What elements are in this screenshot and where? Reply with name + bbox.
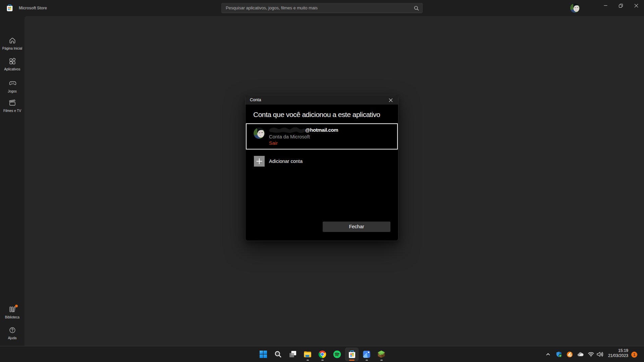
chrome-icon	[318, 350, 327, 359]
onedrive-tray-button[interactable]	[576, 346, 584, 362]
window-titlebar: Microsoft Store Pesquisar aplicativos, j…	[0, 0, 644, 16]
windows-security-shield-icon	[556, 351, 562, 358]
onedrive-cloud-icon	[577, 351, 584, 358]
sidebar-item-library[interactable]: Biblioteca	[0, 304, 24, 324]
clock-time: 15:19	[601, 348, 628, 353]
minimize-icon	[604, 4, 607, 7]
search-icon[interactable]	[414, 6, 419, 11]
taskbar-clock[interactable]: 15:19 21/03/2023	[601, 348, 628, 360]
taskbar: 15:19 21/03/2023 1	[0, 346, 644, 362]
tray-show-hidden-button[interactable]	[544, 346, 552, 362]
start-button[interactable]	[257, 348, 270, 361]
search-input[interactable]: Pesquisar aplicativos, jogos, filmes e m…	[221, 3, 423, 13]
apps-icon	[9, 58, 16, 65]
wifi-tray-button[interactable]	[587, 346, 595, 362]
minecraft-icon	[377, 350, 386, 359]
account-avatar	[254, 128, 265, 139]
sidebar-item-label: Jogos	[0, 89, 24, 94]
sidebar-item-label: Filmes e TV	[0, 109, 24, 113]
running-indicator-photos	[366, 360, 368, 361]
microsoft-store-window: Microsoft Store Pesquisar aplicativos, j…	[0, 0, 644, 346]
task-view-icon	[289, 350, 297, 358]
dialog-title: Conta	[250, 95, 261, 105]
games-icon	[9, 78, 16, 86]
windows-security-tray-button[interactable]	[555, 346, 563, 362]
plus-icon	[254, 156, 265, 167]
sign-out-link[interactable]: Sair	[269, 140, 278, 146]
account-provider: Conta da Microsoft	[269, 134, 310, 140]
photos-icon	[363, 350, 371, 358]
dialog-close-action-button[interactable]: Fechar	[323, 222, 390, 232]
close-window-button[interactable]	[629, 0, 644, 11]
dialog-heading: Conta que você adicionou a este aplicati…	[253, 111, 380, 119]
taskbar-search-icon	[274, 350, 282, 358]
search-placeholder: Pesquisar aplicativos, jogos, filmes e m…	[226, 3, 318, 13]
spotify-button[interactable]	[330, 348, 344, 361]
add-account-button[interactable]: Adicionar conta	[246, 156, 398, 175]
help-icon	[9, 326, 16, 334]
user-avatar-image	[570, 3, 580, 13]
spotify-icon	[333, 350, 341, 359]
task-view-button[interactable]	[286, 348, 300, 361]
restore-button[interactable]	[613, 0, 629, 11]
microsoft-store-taskbar-icon	[348, 350, 356, 359]
sidebar-item-home[interactable]: Página Inicial	[0, 35, 24, 56]
file-explorer-button[interactable]	[301, 348, 314, 361]
chevron-up-icon	[545, 352, 551, 357]
sidebar-item-movies[interactable]: Filmes e TV	[0, 97, 24, 118]
running-indicator-minecraft	[380, 360, 383, 361]
add-account-tile	[254, 156, 265, 167]
sidebar-item-label: Biblioteca	[0, 315, 24, 319]
library-icon	[9, 306, 16, 313]
restore-icon	[619, 4, 623, 8]
add-account-label: Adicionar conta	[269, 158, 303, 164]
microsoft-store-button[interactable]	[345, 348, 359, 361]
wifi-icon	[588, 351, 594, 358]
desktop-screen: Microsoft Store Pesquisar aplicativos, j…	[0, 0, 644, 362]
dialog-titlebar: Conta	[246, 95, 398, 105]
dialog-close-button[interactable]	[383, 95, 398, 105]
windows-start-icon	[259, 350, 267, 358]
clock-date: 21/03/2023	[601, 353, 628, 358]
dialog-body: Conta que você adicionou a este aplicati…	[246, 105, 398, 241]
avast-tray-button[interactable]	[566, 346, 574, 362]
censored-account-name	[269, 127, 306, 133]
taskbar-search-button[interactable]	[271, 348, 285, 361]
user-avatar[interactable]	[570, 3, 580, 13]
notification-badge[interactable]: 1	[631, 352, 637, 358]
minimize-button[interactable]	[598, 0, 613, 11]
movies-icon	[9, 99, 16, 107]
account-card[interactable]: @hotmail.com Conta da Microsoft Sair	[246, 123, 398, 149]
library-badge-dot	[15, 305, 18, 307]
sidebar-item-games[interactable]: Jogos	[0, 76, 24, 97]
app-title: Microsoft Store	[19, 0, 47, 16]
avast-icon	[567, 351, 573, 358]
file-explorer-icon	[303, 350, 312, 359]
account-dialog: Conta Conta que você adicionou a este ap…	[245, 95, 398, 241]
dialog-close-icon	[389, 98, 393, 102]
active-indicator-microsoft-store	[349, 360, 355, 361]
photos-button[interactable]	[360, 348, 373, 361]
minecraft-button[interactable]	[375, 348, 388, 361]
running-indicator-file-explorer	[307, 360, 309, 361]
account-email: @hotmail.com	[305, 127, 338, 133]
sidebar-item-label: Página Inicial	[0, 47, 24, 51]
running-indicator-chrome	[321, 360, 324, 361]
sidebar-item-apps[interactable]: Aplicativos	[0, 56, 24, 76]
sidebar-item-label: Aplicativos	[0, 67, 24, 71]
chrome-button[interactable]	[316, 348, 329, 361]
microsoft-store-logo-icon	[6, 4, 13, 12]
close-icon	[634, 4, 638, 8]
sidebar-item-label: Ajuda	[0, 336, 24, 340]
sidebar-nav: Página Inicial Aplicativos	[0, 16, 24, 346]
home-icon	[9, 37, 16, 44]
sidebar-item-help[interactable]: Ajuda	[0, 324, 24, 345]
